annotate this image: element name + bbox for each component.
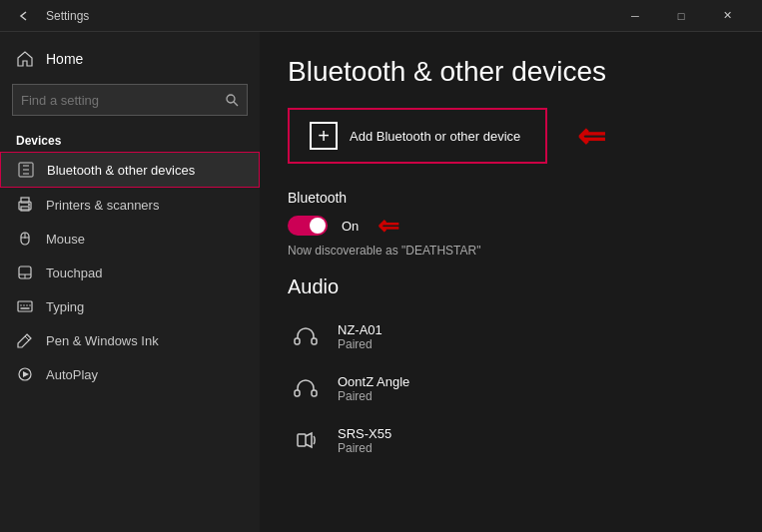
devices-section-label: Devices bbox=[0, 124, 260, 152]
device-status-oontz: Paired bbox=[338, 389, 409, 403]
home-icon bbox=[16, 50, 34, 68]
bluetooth-section-label: Bluetooth bbox=[288, 190, 734, 206]
audio-device-nza01[interactable]: NZ-A01 Paired bbox=[288, 310, 734, 362]
printers-icon bbox=[16, 196, 34, 214]
search-box[interactable] bbox=[12, 84, 248, 116]
sidebar-item-bluetooth[interactable]: Bluetooth & other devices ⇐ bbox=[0, 152, 260, 188]
svg-rect-28 bbox=[298, 434, 306, 446]
bluetooth-icon bbox=[17, 161, 35, 179]
device-info-srsx55: SRS-X55 Paired bbox=[338, 426, 391, 455]
mouse-icon bbox=[16, 230, 34, 248]
device-info-nza01: NZ-A01 Paired bbox=[338, 322, 382, 351]
add-device-label: Add Bluetooth or other device bbox=[350, 129, 520, 144]
main-layout: Home Devices Bluetooth & bbox=[0, 32, 762, 532]
sidebar: Home Devices Bluetooth & bbox=[0, 32, 260, 532]
device-status-srsx55: Paired bbox=[338, 441, 391, 455]
svg-rect-16 bbox=[18, 301, 32, 311]
speaker-icon bbox=[288, 422, 324, 458]
sidebar-item-pen[interactable]: Pen & Windows Ink bbox=[0, 323, 260, 357]
svg-rect-26 bbox=[295, 390, 300, 396]
page-title: Bluetooth & other devices bbox=[288, 56, 734, 88]
device-info-oontz: OontZ Angle Paired bbox=[338, 374, 409, 403]
toggle-on-label: On bbox=[342, 219, 359, 234]
search-input[interactable] bbox=[21, 93, 226, 108]
svg-point-9 bbox=[28, 204, 30, 206]
window-controls: ─ □ ✕ bbox=[612, 0, 750, 32]
titlebar: Settings ─ □ ✕ bbox=[0, 0, 762, 32]
audio-device-srsx55[interactable]: SRS-X55 Paired bbox=[288, 414, 734, 466]
pen-label: Pen & Windows Ink bbox=[46, 333, 159, 348]
add-device-arrow-annotation: ⇐ bbox=[577, 119, 605, 153]
sidebar-item-mouse[interactable]: Mouse bbox=[0, 222, 260, 256]
bluetooth-toggle-row: On ⇐ bbox=[288, 216, 734, 236]
toggle-arrow-annotation: ⇐ bbox=[378, 213, 399, 239]
device-name-oontz: OontZ Angle bbox=[338, 374, 409, 389]
toggle-knob bbox=[310, 218, 326, 234]
minimize-button[interactable]: ─ bbox=[612, 0, 658, 32]
audio-device-oontz[interactable]: OontZ Angle Paired bbox=[288, 362, 734, 414]
add-device-button[interactable]: + Add Bluetooth or other device bbox=[288, 108, 547, 164]
svg-rect-27 bbox=[312, 390, 317, 396]
content-area: Bluetooth & other devices + Add Bluetoot… bbox=[260, 32, 762, 532]
discoverable-text: Now discoverable as "DEATHSTAR" bbox=[288, 244, 734, 258]
touchpad-icon bbox=[16, 264, 34, 281]
bluetooth-toggle[interactable] bbox=[288, 216, 328, 236]
mouse-label: Mouse bbox=[46, 232, 85, 247]
pen-icon bbox=[16, 331, 34, 349]
headphones-icon-1 bbox=[288, 318, 324, 354]
search-icon bbox=[226, 94, 239, 107]
svg-line-22 bbox=[25, 336, 29, 340]
add-device-container: + Add Bluetooth or other device ⇐ bbox=[288, 108, 547, 164]
audio-section-label: Audio bbox=[288, 275, 734, 298]
printers-label: Printers & scanners bbox=[46, 198, 159, 213]
back-button[interactable] bbox=[12, 4, 36, 28]
svg-line-1 bbox=[234, 102, 238, 106]
sidebar-item-printers[interactable]: Printers & scanners bbox=[0, 188, 260, 222]
svg-rect-25 bbox=[312, 338, 317, 344]
sidebar-item-touchpad[interactable]: Touchpad bbox=[0, 256, 260, 289]
touchpad-label: Touchpad bbox=[46, 266, 102, 280]
sidebar-item-autoplay[interactable]: AutoPlay bbox=[0, 357, 260, 391]
maximize-button[interactable]: □ bbox=[658, 0, 704, 32]
headphones-icon-2 bbox=[288, 370, 324, 406]
sidebar-item-home[interactable]: Home bbox=[0, 42, 260, 76]
bluetooth-label: Bluetooth & other devices bbox=[47, 163, 195, 178]
device-status-nza01: Paired bbox=[338, 337, 382, 351]
add-icon: + bbox=[310, 122, 338, 150]
device-name-nza01: NZ-A01 bbox=[338, 322, 382, 337]
device-name-srsx55: SRS-X55 bbox=[338, 426, 391, 441]
window-title: Settings bbox=[46, 9, 89, 23]
typing-icon bbox=[16, 297, 34, 315]
autoplay-label: AutoPlay bbox=[46, 367, 98, 382]
home-label: Home bbox=[46, 51, 83, 67]
typing-label: Typing bbox=[46, 299, 84, 314]
svg-point-0 bbox=[227, 95, 235, 103]
autoplay-icon bbox=[16, 365, 34, 383]
svg-rect-24 bbox=[295, 338, 300, 344]
close-button[interactable]: ✕ bbox=[704, 0, 750, 32]
sidebar-item-typing[interactable]: Typing bbox=[0, 289, 260, 323]
